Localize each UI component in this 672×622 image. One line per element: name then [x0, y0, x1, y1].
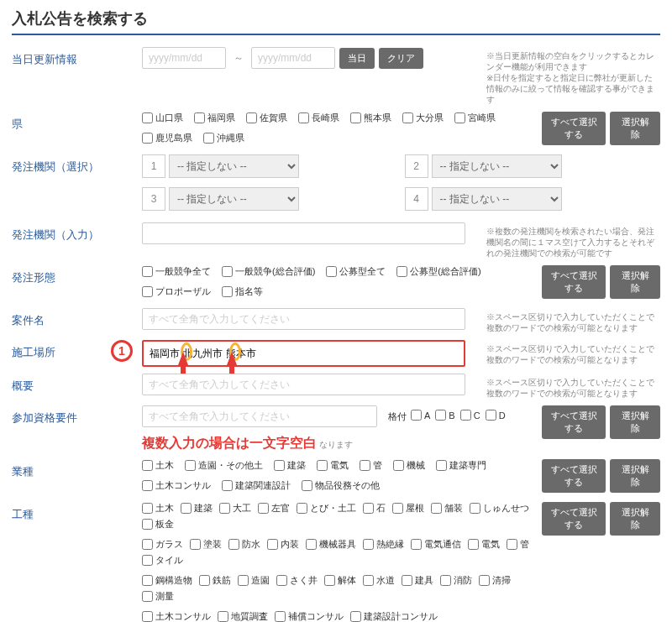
checkbox-item[interactable]: 鉄筋 — [199, 574, 231, 587]
checkbox-item[interactable]: 長崎県 — [298, 112, 339, 124]
checkbox[interactable] — [440, 575, 451, 586]
update-date-to[interactable] — [251, 47, 335, 69]
checkbox[interactable] — [222, 286, 233, 297]
checkbox-item[interactable]: 大分県 — [402, 112, 444, 124]
checkbox-item[interactable]: 造園 — [238, 574, 270, 587]
checkbox-item[interactable]: 土木コンサル — [142, 610, 211, 622]
checkbox[interactable] — [142, 591, 153, 602]
qualification-input[interactable] — [142, 405, 377, 427]
checkbox[interactable] — [276, 575, 287, 586]
checkbox[interactable] — [363, 503, 374, 514]
clear-button[interactable]: クリア — [379, 48, 423, 69]
checkbox-item[interactable]: 管 — [360, 459, 382, 472]
checkbox[interactable] — [396, 266, 407, 277]
checkbox[interactable] — [238, 575, 249, 586]
checkbox[interactable] — [190, 539, 201, 550]
checkbox[interactable] — [324, 575, 335, 586]
checkbox[interactable] — [402, 112, 413, 123]
checkbox[interactable] — [302, 480, 312, 491]
checkbox[interactable] — [203, 133, 214, 144]
checkbox[interactable] — [275, 611, 286, 622]
checkbox-item[interactable]: 土木 — [142, 459, 174, 472]
checkbox-item[interactable]: 管 — [507, 538, 529, 551]
checkbox[interactable] — [468, 539, 479, 550]
checkbox-item[interactable]: タイル — [142, 554, 183, 567]
checkbox[interactable] — [306, 539, 317, 550]
checkbox[interactable] — [392, 503, 403, 514]
checkbox-item[interactable]: 福岡県 — [194, 112, 235, 124]
checkbox[interactable] — [326, 266, 337, 277]
checkbox-item[interactable]: 舗装 — [431, 502, 463, 515]
checkbox[interactable] — [194, 112, 205, 123]
industry-select-all[interactable]: すべて選択する — [542, 459, 606, 493]
today-button[interactable]: 当日 — [339, 48, 375, 69]
checkbox-item[interactable]: 解体 — [324, 574, 356, 587]
qual-select-all[interactable]: すべて選択する — [542, 405, 606, 439]
checkbox-item[interactable]: 防水 — [228, 538, 260, 551]
checkbox[interactable] — [142, 611, 153, 622]
checkbox[interactable] — [479, 575, 490, 586]
checkbox[interactable] — [185, 460, 196, 471]
checkbox-item[interactable]: 電気通信 — [411, 538, 461, 551]
checkbox-item[interactable]: 水道 — [363, 574, 395, 587]
checkbox[interactable] — [142, 266, 153, 277]
checkbox-item[interactable]: 大工 — [219, 502, 251, 515]
checkbox-item[interactable]: 建築関連設計 — [222, 479, 291, 492]
checkbox[interactable] — [317, 460, 328, 471]
checkbox[interactable] — [222, 266, 233, 277]
checkbox-item[interactable]: 造園・その他土 — [185, 459, 263, 472]
checkbox-item[interactable]: 石 — [363, 502, 386, 515]
qual-clear[interactable]: 選択解除 — [610, 405, 660, 439]
checkbox[interactable] — [363, 539, 374, 550]
bidtype-select-all[interactable]: すべて選択する — [542, 265, 606, 299]
checkbox-item[interactable]: 補償コンサル — [275, 610, 344, 622]
checkbox[interactable] — [454, 112, 465, 123]
checkbox[interactable] — [199, 575, 210, 586]
checkbox-item[interactable]: ガラス — [142, 538, 183, 551]
checkbox-item[interactable]: 建築設計コンサル — [350, 610, 438, 622]
checkbox-item[interactable]: 測量 — [142, 590, 174, 603]
checkbox-item[interactable]: 機械器具 — [306, 538, 356, 551]
checkbox[interactable] — [360, 460, 370, 471]
checkbox-item[interactable]: 指名等 — [222, 285, 263, 298]
checkbox[interactable] — [142, 460, 153, 471]
checkbox-item[interactable]: 建具 — [402, 574, 433, 587]
checkbox-item[interactable]: 熊本県 — [350, 112, 391, 124]
checkbox[interactable] — [142, 112, 153, 123]
checkbox[interactable] — [219, 503, 230, 514]
checkbox-item[interactable]: 機械 — [393, 459, 425, 472]
checkbox[interactable] — [142, 480, 153, 491]
checkbox-item[interactable]: 山口県 — [142, 112, 183, 124]
checkbox[interactable] — [363, 575, 374, 586]
checkbox[interactable] — [350, 112, 361, 123]
checkbox-item[interactable]: 佐賀県 — [246, 112, 287, 124]
checkbox-item[interactable]: 熱絶縁 — [363, 538, 404, 551]
grade-item[interactable]: B — [435, 410, 454, 421]
checkbox[interactable] — [436, 460, 447, 471]
checkbox-item[interactable]: 沖縄県 — [203, 132, 244, 144]
checkbox-item[interactable]: 鋼構造物 — [142, 574, 192, 587]
checkbox-item[interactable]: 土木 — [142, 502, 174, 515]
checkbox-item[interactable]: 地質調査 — [218, 610, 268, 622]
checkbox-item[interactable]: プロポーザル — [142, 285, 211, 298]
checkbox-item[interactable]: 公募型全て — [326, 265, 386, 278]
checkbox[interactable] — [297, 503, 307, 514]
checkbox[interactable] — [507, 539, 517, 550]
checkbox-item[interactable]: 建築専門 — [436, 459, 486, 472]
org-input[interactable] — [142, 222, 465, 244]
checkbox[interactable] — [222, 480, 233, 491]
industry-clear[interactable]: 選択解除 — [610, 459, 660, 493]
worktype-clear[interactable]: 選択解除 — [610, 502, 660, 536]
org-select-2[interactable]: -- 指定しない -- — [432, 154, 562, 178]
checkbox-item[interactable]: 宮崎県 — [454, 112, 496, 124]
checkbox-item[interactable]: 内装 — [267, 538, 299, 551]
summary-input[interactable] — [142, 374, 465, 395]
checkbox[interactable] — [470, 503, 480, 514]
checkbox[interactable] — [298, 112, 309, 123]
checkbox-item[interactable]: 清掃 — [479, 574, 511, 587]
checkbox-item[interactable]: 板金 — [142, 518, 174, 531]
worktype-select-all[interactable]: すべて選択する — [542, 502, 606, 536]
checkbox-item[interactable]: 塗装 — [190, 538, 222, 551]
checkbox[interactable] — [411, 539, 422, 550]
checkbox-item[interactable]: 公募型(総合評価) — [396, 265, 480, 278]
